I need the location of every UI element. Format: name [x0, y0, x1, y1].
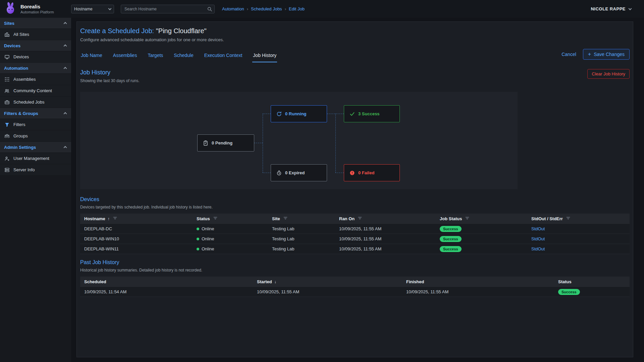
tabs-row: Job Name Assemblies Targets Schedule Exe… — [80, 49, 630, 62]
check-icon — [350, 111, 355, 117]
stdout-link[interactable]: StdOut — [531, 236, 545, 241]
col-stdout-stderr[interactable]: StdOut / StdErr — [531, 216, 563, 221]
col-job-status[interactable]: Job Status — [440, 216, 462, 221]
flow-node-pending[interactable]: 0 Pending — [197, 134, 254, 152]
chevron-up-icon — [64, 22, 67, 25]
sidebar-section-sites[interactable]: Sites — [0, 18, 71, 29]
sidebar-item-assemblies[interactable]: Assemblies — [0, 74, 71, 85]
past-job-history-subtext: Historical job history summaries. Detail… — [80, 268, 202, 273]
sidebar-item-devices[interactable]: Devices — [0, 51, 71, 63]
page-title-job-name: "Ping Cloudflare" — [154, 27, 207, 35]
borealis-logo-icon — [3, 1, 17, 17]
filter-icon[interactable] — [465, 216, 470, 222]
sidebar-section-automation[interactable]: Automation — [0, 63, 71, 74]
device-row[interactable]: DEEPLAB-DC Online Testing Lab 10/09/2025… — [80, 224, 630, 234]
user-menu[interactable]: NICOLE RAPPE — [591, 6, 631, 11]
sidebar-item-server-info[interactable]: Server Info — [0, 164, 71, 176]
flow-node-success[interactable]: 3 Success — [344, 105, 400, 122]
sidebar-item-label: Assemblies — [13, 77, 36, 82]
hostname-select-value: Hostname — [74, 7, 93, 11]
sidebar-item-label: Filters — [13, 122, 25, 127]
apps-grid-icon — [4, 77, 10, 82]
past-history-row[interactable]: 10/09/2025, 11:54 AM 10/09/2025, 11:55 A… — [80, 287, 630, 297]
filter-icon[interactable] — [113, 216, 117, 222]
flow-node-failed[interactable]: 0 Failed — [344, 164, 400, 181]
col-status[interactable]: Status — [197, 216, 210, 221]
clear-job-history-button[interactable]: Clear Job History — [587, 69, 630, 79]
connector-line — [254, 143, 263, 143]
job-status-badge[interactable]: Success — [440, 226, 462, 232]
filter-icon[interactable] — [283, 216, 288, 222]
hostname-select[interactable]: Hostname — [71, 5, 114, 13]
device-site: Testing Lab — [268, 236, 335, 241]
past-history-header: Scheduled Started ↓ Finished Status — [80, 277, 630, 287]
breadcrumb-scheduled-jobs[interactable]: Scheduled Jobs — [251, 6, 282, 11]
col-ran-on[interactable]: Ran On — [339, 216, 355, 221]
job-status-flow-diagram: 0 Pending 0 Running 3 Success — [80, 92, 518, 189]
sidebar-section-filters-groups[interactable]: Filters & Groups — [0, 108, 71, 119]
sidebar-item-scheduled-jobs[interactable]: Scheduled Jobs — [0, 97, 71, 108]
timer-icon — [276, 170, 282, 176]
device-hostname: DEEPLAB-WIN10 — [80, 236, 193, 241]
col-started[interactable]: Started — [257, 279, 272, 284]
section-label: Automation — [4, 66, 28, 71]
search-input[interactable] — [121, 5, 215, 13]
tab-job-name[interactable]: Job Name — [80, 51, 103, 62]
brand: Borealis Automation Platform — [0, 1, 71, 17]
stdout-link[interactable]: StdOut — [531, 226, 545, 231]
device-row[interactable]: DEEPLAB-WIN11 Online Testing Lab 10/09/2… — [80, 244, 630, 254]
col-hostname[interactable]: Hostname — [84, 216, 105, 221]
device-row[interactable]: DEEPLAB-WIN10 Online Testing Lab 10/09/2… — [80, 234, 630, 244]
people-icon — [4, 88, 10, 94]
sidebar-item-groups[interactable]: Groups — [0, 130, 71, 142]
buildings-icon — [4, 32, 10, 37]
sidebar-item-community-content[interactable]: Community Content — [0, 85, 71, 97]
sidebar-section-admin-settings[interactable]: Admin Settings — [0, 142, 71, 153]
edit-job-panel: Create a Scheduled Job: "Ping Cloudflare… — [76, 21, 633, 357]
error-icon — [350, 170, 355, 176]
topbar: Borealis Automation Platform Hostname Au… — [0, 0, 644, 18]
sidebar-section-devices[interactable]: Devices — [0, 40, 71, 51]
device-site: Testing Lab — [268, 226, 335, 231]
breadcrumb-automation[interactable]: Automation — [222, 6, 244, 11]
tab-execution-context[interactable]: Execution Context — [204, 51, 243, 62]
col-site[interactable]: Site — [272, 216, 280, 221]
sidebar-item-user-management[interactable]: User Management — [0, 153, 71, 164]
job-status-badge[interactable]: Success — [440, 236, 462, 242]
col-finished[interactable]: Finished — [406, 279, 424, 284]
breadcrumb-edit-job[interactable]: Edit Job — [289, 6, 305, 11]
tab-schedule[interactable]: Schedule — [173, 51, 194, 62]
device-hostname: DEEPLAB-DC — [80, 226, 193, 231]
job-status-badge[interactable]: Success — [440, 246, 462, 252]
online-status-dot — [197, 228, 199, 230]
filter-icon[interactable] — [358, 216, 362, 222]
page-title-prefix: Create a Scheduled Job: — [80, 27, 154, 35]
tab-job-history[interactable]: Job History — [252, 51, 277, 62]
tab-assemblies[interactable]: Assemblies — [112, 51, 138, 62]
expired-count-label: 0 Expired — [285, 170, 305, 175]
flow-node-running[interactable]: 0 Running — [271, 105, 327, 122]
col-scheduled[interactable]: Scheduled — [84, 279, 106, 284]
filter-icon[interactable] — [566, 216, 571, 222]
connector-line — [263, 114, 271, 114]
col-status[interactable]: Status — [558, 279, 572, 284]
sidebar-item-filters[interactable]: Filters — [0, 119, 71, 130]
sidebar-item-all-sites[interactable]: All Sites — [0, 29, 71, 40]
sidebar: Sites All Sites Devices Devices Automati… — [0, 18, 71, 362]
sidebar-item-label: Groups — [13, 133, 28, 138]
past-job-history-heading: Past Job History — [80, 259, 202, 265]
sort-asc-icon[interactable]: ↑ — [108, 217, 110, 221]
devices-table-header: Hostname ↑ Status Site Ran On Job Status — [80, 214, 630, 224]
stdout-link[interactable]: StdOut — [531, 246, 545, 251]
past-status-badge[interactable]: Success — [558, 289, 580, 295]
filter-icon[interactable] — [213, 216, 218, 222]
connector-line — [263, 173, 271, 173]
cancel-button[interactable]: Cancel — [561, 52, 576, 57]
tab-targets[interactable]: Targets — [147, 51, 164, 62]
flow-node-expired[interactable]: 0 Expired — [271, 164, 327, 181]
sort-desc-icon[interactable]: ↓ — [274, 280, 276, 284]
device-status: Online — [202, 226, 214, 231]
funnel-icon — [4, 122, 10, 127]
section-label: Filters & Groups — [4, 111, 38, 116]
save-changes-button[interactable]: + Save Changes — [583, 49, 630, 60]
